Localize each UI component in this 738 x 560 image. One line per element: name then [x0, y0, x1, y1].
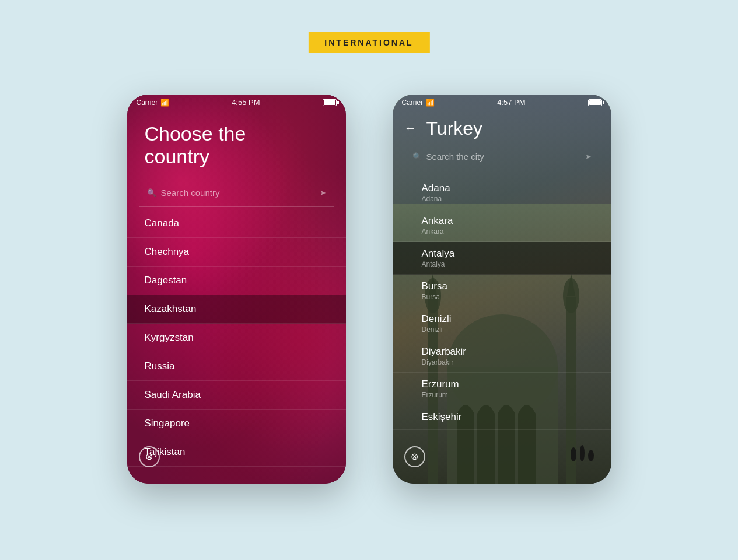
city-name: Denizli — [422, 313, 594, 325]
phone2-page-title: Turkey — [426, 118, 483, 139]
city-sub: Bursa — [422, 293, 594, 301]
city-name: Bursa — [422, 281, 594, 292]
city-name: Antalya — [422, 248, 594, 260]
phone1-divider — [139, 206, 334, 207]
city-name: Ankara — [422, 215, 594, 227]
phone1-time: 4:55 PM — [232, 98, 260, 107]
phone2-location-icon: ➤ — [585, 152, 592, 161]
phone1-search-placeholder: Search country — [161, 188, 315, 198]
phone2-city-list: Adana Adana Ankara Ankara Antalya Antaly… — [393, 177, 611, 430]
list-item[interactable]: Bursa Bursa — [393, 275, 611, 307]
phone1-carrier: Carrier — [137, 99, 158, 107]
phone2-search-placeholder: Search the city — [426, 152, 580, 162]
list-item[interactable]: Canada — [127, 209, 346, 238]
phone2-time: 4:57 PM — [497, 98, 525, 107]
list-item[interactable]: Kyrgyzstan — [127, 324, 346, 352]
list-item[interactable]: Tajikistan — [127, 438, 346, 467]
city-sub: Diyarbakır — [422, 358, 594, 366]
list-item[interactable]: Saudi Arabia — [127, 381, 346, 410]
list-item[interactable]: Singapore — [127, 410, 346, 438]
phone2-search-bar[interactable]: 🔍 Search the city ➤ — [404, 146, 600, 167]
phone2-header: ← Turkey — [393, 111, 611, 146]
city-sub: Erzurum — [422, 391, 594, 399]
phone2-wifi-icon: 📶 — [426, 99, 435, 107]
phone1-status-right — [323, 99, 337, 106]
list-item[interactable]: Russia — [127, 352, 346, 381]
city-name: Adana — [422, 183, 594, 194]
city-sub: Denizli — [422, 326, 594, 334]
list-item[interactable]: Eskişehir — [393, 405, 611, 430]
city-name: Eskişehir — [422, 411, 594, 423]
list-item[interactable]: Diyarbakir Diyarbakır — [393, 340, 611, 373]
phone1-content: Choose thecountry 🔍 Search country ➤ Can… — [127, 111, 346, 467]
phone2-status-right — [588, 99, 602, 106]
phone2-carrier: Carrier — [402, 99, 424, 107]
city-sub: Antalya — [422, 260, 594, 268]
phone1-search-icon: 🔍 — [147, 188, 156, 197]
phone1-status-left: Carrier 📶 — [137, 99, 170, 107]
phone2-battery-icon — [588, 99, 602, 106]
phone1-battery-icon — [323, 99, 337, 106]
phone1-search-bar[interactable]: 🔍 Search country ➤ — [139, 182, 334, 204]
phone2-battery-fill — [589, 100, 601, 105]
back-button[interactable]: ← — [404, 121, 417, 136]
phone1-country-list: Canada Chechnya Dagestan Kazakhstan Kyrg… — [127, 209, 346, 467]
city-name: Erzurum — [422, 379, 594, 390]
list-item[interactable]: Denizli Denizli — [393, 307, 611, 340]
phone1-battery-fill — [324, 100, 335, 105]
city-name: Diyarbakir — [422, 346, 594, 358]
phone2-search-icon: 🔍 — [412, 152, 422, 161]
phone-choose-country: Carrier 📶 4:55 PM Choose thecountry 🔍 Se… — [127, 94, 346, 484]
page-header: INTERNATIONAL — [308, 32, 429, 53]
phone2-status-bar: Carrier 📶 4:57 PM — [393, 94, 611, 111]
list-item[interactable]: Chechnya — [127, 238, 346, 267]
phone1-title: Choose thecountry — [127, 123, 346, 168]
svg-point-11 — [588, 450, 594, 461]
phone1-status-bar: Carrier 📶 4:55 PM — [127, 94, 346, 111]
phone1-location-icon: ➤ — [320, 188, 326, 197]
list-item[interactable]: Ankara Ankara — [393, 209, 611, 242]
list-item[interactable]: Erzurum Erzurum — [393, 373, 611, 405]
phone1-close-button[interactable]: ⊗ — [139, 446, 160, 467]
phone2-status-left: Carrier 📶 — [402, 99, 435, 107]
phone-turkey-cities: Carrier 📶 4:57 PM ← Turkey 🔍 Search the … — [393, 94, 611, 484]
list-item[interactable]: Dagestan — [127, 267, 346, 295]
city-sub: Adana — [422, 195, 594, 203]
phone1-wifi-icon: 📶 — [160, 99, 169, 107]
list-item[interactable]: Kazakhstan — [127, 295, 346, 324]
list-item[interactable]: Antalya Antalya — [393, 242, 611, 275]
city-sub: Ankara — [422, 228, 594, 236]
phone2-close-button[interactable]: ⊗ — [404, 446, 425, 467]
svg-point-9 — [571, 447, 576, 461]
phones-container: Carrier 📶 4:55 PM Choose thecountry 🔍 Se… — [127, 94, 611, 484]
svg-point-10 — [580, 445, 585, 461]
list-item[interactable]: Adana Adana — [393, 177, 611, 209]
international-badge: INTERNATIONAL — [308, 32, 429, 53]
